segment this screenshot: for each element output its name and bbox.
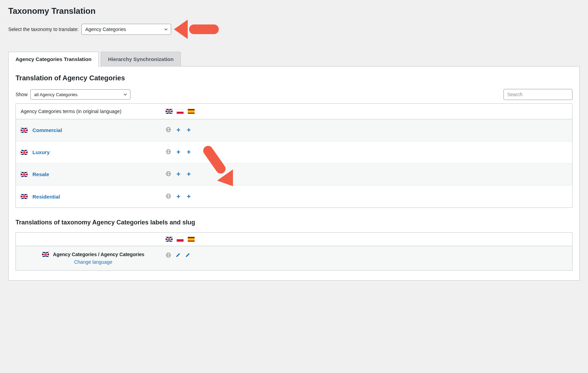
table-header-flags [166,109,195,114]
globe-icon [166,193,171,200]
tab-hierarchy-sync[interactable]: Hierarchy Synchronization [101,52,181,67]
globe-icon [166,127,171,133]
globe-icon [166,149,171,155]
chevron-down-icon [123,92,127,97]
globe-icon [166,171,171,178]
flag-uk-icon [21,128,28,133]
flag-uk-icon [166,109,173,114]
add-translation-es-icon[interactable]: + [186,127,192,133]
term-link-luxury[interactable]: Luxury [32,149,50,155]
taxonomy-selector-label: Select the taxonomy to translate: [8,27,79,32]
search-input[interactable] [503,89,572,100]
change-language-link[interactable]: Change language [74,259,112,265]
globe-icon [166,252,171,259]
add-translation-pl-icon[interactable]: + [175,149,182,155]
edit-translation-es-icon[interactable] [185,252,190,259]
term-link-commercial[interactable]: Commercial [32,127,62,133]
add-translation-pl-icon[interactable]: + [175,127,182,133]
flag-uk-icon [21,194,28,199]
add-translation-es-icon[interactable]: + [186,171,192,178]
add-translation-es-icon[interactable]: + [186,149,192,155]
term-link-residential[interactable]: Residential [32,194,60,200]
flag-uk-icon [21,150,28,155]
flag-uk-icon [42,252,49,257]
table2-header-flags [166,237,195,242]
tab-translation[interactable]: Agency Categories Translation [8,52,99,67]
flag-es-icon [188,109,195,114]
table-header-term: Agency Categories terms (in original lan… [21,109,166,114]
flag-es-icon [188,237,195,242]
show-filter-select[interactable]: all Agency Categories [30,89,130,100]
flag-pl-icon [177,109,184,114]
flag-uk-icon [166,237,173,242]
add-translation-pl-icon[interactable]: + [175,171,182,178]
show-filter-value: all Agency Categories [34,92,78,97]
annotation-arrow-1 [174,21,219,38]
table-row: Residential + + [16,185,572,208]
flag-pl-icon [177,237,184,242]
taxonomy-slug-label: Agency Categories / Agency Categories [53,252,145,257]
term-link-resale[interactable]: Resale [32,171,49,177]
edit-translation-pl-icon[interactable] [175,252,181,259]
table-row: Agency Categories / Agency Categories Ch… [16,246,572,270]
show-label: Show [16,92,28,97]
table-row: Resale + + [16,163,572,185]
table-row: Commercial + + [16,119,572,141]
table-row: Luxury + + [16,141,572,163]
chevron-down-icon [164,27,168,31]
section-heading-translation: Translation of Agency Categories [16,74,572,82]
section-heading-labels-slug: Translations of taxonomy Agency Categori… [16,219,572,226]
add-translation-pl-icon[interactable]: + [175,193,182,200]
taxonomy-select-value: Agency Categories [85,27,126,32]
page-title: Taxonomy Translation [8,6,580,16]
flag-uk-icon [21,172,28,177]
taxonomy-select[interactable]: Agency Categories [81,24,171,35]
add-translation-es-icon[interactable]: + [186,193,192,200]
